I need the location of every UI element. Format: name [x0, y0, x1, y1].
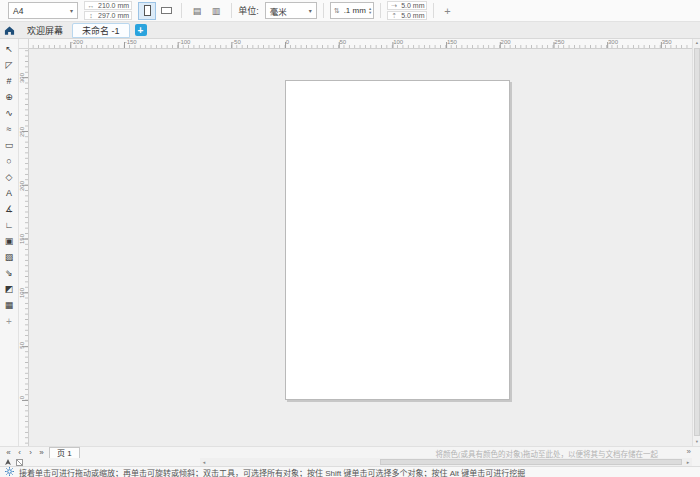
- ruler-origin-corner[interactable]: [19, 39, 29, 49]
- portrait-button[interactable]: [138, 2, 156, 20]
- connector-tool[interactable]: ∟: [1, 217, 18, 233]
- parallel-dimension-tool-icon: ∡: [5, 204, 13, 214]
- scroll-left-icon[interactable]: ◂: [200, 458, 208, 466]
- duplicate-y-field[interactable]: ⇡ 5.0 mm: [387, 11, 427, 20]
- horizontal-scrollbar[interactable]: ◂ ▸: [200, 458, 692, 466]
- page-width-value: 210.0 mm: [98, 2, 129, 9]
- units-label: 单位:: [238, 4, 259, 17]
- artistic-media-tool[interactable]: ≈: [1, 121, 18, 137]
- landscape-button[interactable]: [157, 2, 175, 20]
- all-pages-button[interactable]: ▥: [207, 2, 225, 20]
- color-eyedropper-tool[interactable]: ⇘: [1, 265, 18, 281]
- transparency-tool[interactable]: ▨: [1, 249, 18, 265]
- customize-toolbar-button[interactable]: +: [440, 3, 454, 19]
- duplicate-distance-group: ⇢ 5.0 mm ⇡ 5.0 mm: [387, 1, 427, 20]
- separator: [181, 3, 182, 18]
- document-tab-bar: 欢迎屏幕 未命名 -1 +: [0, 22, 700, 39]
- shape-tool-icon: ◸: [6, 60, 13, 70]
- ruler-label: 100: [19, 288, 25, 298]
- duplicate-x-field[interactable]: ⇢ 5.0 mm: [387, 1, 427, 10]
- crop-tool[interactable]: #: [1, 73, 18, 89]
- separator: [323, 3, 324, 18]
- palette-flyout-button[interactable]: »: [687, 447, 691, 456]
- toolbox-tools: ↖◸#⊕∿≈▭○◇A∡∟▣▨⇘◩▦: [1, 41, 18, 313]
- status-gear-icon[interactable]: [5, 467, 14, 477]
- next-page-button[interactable]: ›: [25, 448, 36, 457]
- freehand-tool[interactable]: ∿: [1, 105, 18, 121]
- interactive-fill-tool-icon: ◩: [5, 284, 14, 294]
- nudge-icon: ⇅: [333, 7, 341, 15]
- parallel-dimension-tool[interactable]: ∡: [1, 201, 18, 217]
- page-width-icon: ↔: [87, 2, 95, 9]
- scroll-down-icon[interactable]: ▾: [693, 438, 700, 446]
- vertical-ruler[interactable]: 300250200150100500: [19, 49, 29, 446]
- text-tool[interactable]: A: [1, 185, 18, 201]
- tab-document-label: 未命名 -1: [82, 24, 120, 37]
- nudge-stepper[interactable]: ▴ ▾: [369, 7, 371, 15]
- mesh-fill-tool-icon: ▦: [5, 300, 14, 310]
- rectangle-tool-icon: ▭: [5, 140, 14, 150]
- pick-tool[interactable]: ↖: [1, 41, 18, 57]
- ruler-label: 150: [19, 234, 25, 244]
- nudge-value: .1 mm: [344, 6, 366, 15]
- status-bar: 接着单击可进行拖动或缩放；再单击可旋转或倾斜；双击工具，可选择所有对象；按住 S…: [0, 466, 700, 477]
- vertical-scrollbar[interactable]: ▴ ▾: [692, 39, 700, 446]
- page-tab-label: 页 1: [57, 447, 72, 458]
- rectangle-tool[interactable]: ▭: [1, 137, 18, 153]
- page-height-icon: ↕: [87, 12, 95, 19]
- document-page[interactable]: [285, 80, 510, 400]
- ruler-label: 50: [340, 39, 347, 45]
- vertical-scroll-thumb[interactable]: [694, 48, 700, 436]
- interactive-fill-tool[interactable]: ◩: [1, 281, 18, 297]
- color-eyedropper-tool-icon: ⇘: [5, 268, 13, 278]
- drop-shadow-tool[interactable]: ▣: [1, 233, 18, 249]
- toolbox-add-button[interactable]: +: [6, 316, 12, 327]
- ruler-label: 150: [447, 39, 457, 45]
- horizontal-ruler[interactable]: -200-150-100-50050100150200250300350: [29, 39, 692, 49]
- page-scope-group: ▤ ▥: [188, 2, 225, 20]
- paper-size-value: A4: [13, 6, 23, 16]
- ruler-label: 250: [554, 39, 564, 45]
- nudge-distance-field[interactable]: ⇅ .1 mm ▴ ▾: [330, 2, 375, 19]
- tab-welcome[interactable]: 欢迎屏幕: [18, 23, 72, 38]
- home-icon[interactable]: [0, 25, 18, 36]
- ruler-label: 200: [501, 39, 511, 45]
- scroll-row: ◂ ▸: [0, 458, 700, 466]
- spinner-down-icon[interactable]: ▾: [369, 11, 371, 15]
- page-dimensions-group: ↔ 210.0 mm ↕ 297.0 mm: [84, 1, 132, 20]
- page-width-field[interactable]: ↔ 210.0 mm: [84, 1, 132, 10]
- drawing-canvas[interactable]: [29, 49, 692, 446]
- scroll-right-icon[interactable]: ▸: [684, 458, 692, 466]
- last-page-button[interactable]: »: [36, 448, 47, 457]
- toolbox: ↖◸#⊕∿≈▭○◇A∡∟▣▨⇘◩▦ +: [0, 39, 19, 446]
- previous-page-button[interactable]: ‹: [14, 448, 25, 457]
- outline-pen-icon[interactable]: [4, 458, 12, 466]
- landscape-icon: [161, 7, 172, 14]
- new-document-button[interactable]: +: [135, 24, 147, 36]
- tab-welcome-label: 欢迎屏幕: [27, 24, 63, 37]
- mesh-fill-tool[interactable]: ▦: [1, 297, 18, 313]
- first-page-button[interactable]: «: [3, 448, 14, 457]
- scroll-up-icon[interactable]: ▴: [693, 39, 700, 47]
- current-page-button[interactable]: ▤: [188, 2, 206, 20]
- single-page-icon: ▤: [193, 6, 202, 16]
- tab-document[interactable]: 未命名 -1: [72, 23, 130, 38]
- page-tab[interactable]: 页 1: [49, 447, 80, 459]
- chevron-down-icon: ▾: [309, 7, 312, 14]
- fill-color-indicator[interactable]: [16, 459, 23, 466]
- ruler-label: 350: [662, 39, 672, 45]
- ruler-label: -100: [178, 39, 190, 45]
- units-select[interactable]: 毫米 ▾: [265, 2, 317, 19]
- duplicate-x-icon: ⇢: [390, 2, 398, 10]
- ellipse-tool[interactable]: ○: [1, 153, 18, 169]
- crop-tool-icon: #: [6, 76, 11, 86]
- polygon-tool[interactable]: ◇: [1, 169, 18, 185]
- ruler-label: 200: [19, 181, 25, 191]
- horizontal-scroll-thumb[interactable]: [380, 459, 682, 465]
- page-height-field[interactable]: ↕ 297.0 mm: [84, 11, 132, 20]
- ruler-label: 100: [393, 39, 403, 45]
- shape-tool[interactable]: ◸: [1, 57, 18, 73]
- paper-size-select[interactable]: A4 ▾: [8, 2, 78, 19]
- units-value: 毫米: [270, 5, 287, 17]
- zoom-tool[interactable]: ⊕: [1, 89, 18, 105]
